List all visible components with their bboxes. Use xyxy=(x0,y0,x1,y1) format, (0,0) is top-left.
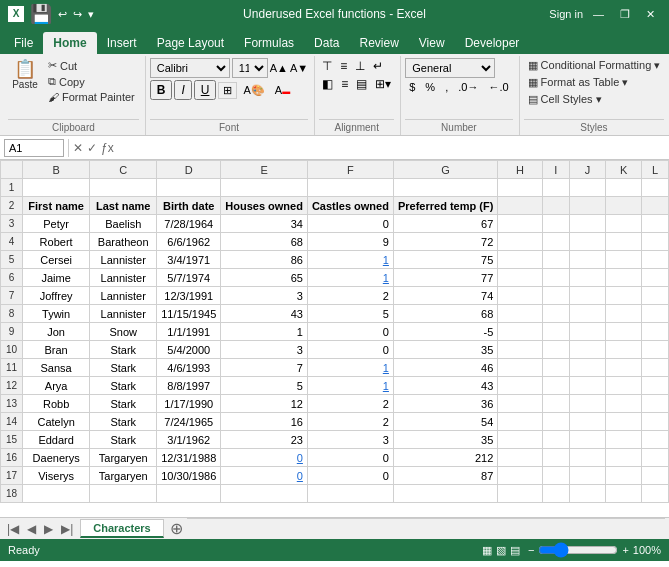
cell-8-3[interactable]: Lannister xyxy=(90,305,157,323)
cell-11-11[interactable] xyxy=(605,359,641,377)
quick-access-redo[interactable]: ↪ xyxy=(73,8,82,21)
sheet-prev-button[interactable]: ◀ xyxy=(24,522,39,536)
cell-2-2[interactable]: First name xyxy=(23,197,90,215)
cell-15-7[interactable]: 35 xyxy=(393,431,497,449)
decrease-decimal-button[interactable]: ←.0 xyxy=(484,80,512,94)
col-header-g[interactable]: G xyxy=(393,161,497,179)
cell-14-9[interactable] xyxy=(542,413,570,431)
cell-7-3[interactable]: Lannister xyxy=(90,287,157,305)
cell-18-7[interactable] xyxy=(393,485,497,503)
cell-6-2[interactable]: Jaime xyxy=(23,269,90,287)
cell-8-11[interactable] xyxy=(605,305,641,323)
cell-1-5[interactable] xyxy=(221,179,308,197)
cell-3-12[interactable] xyxy=(642,215,669,233)
table-row[interactable]: 9JonSnow1/1/199110-5 xyxy=(1,323,669,341)
cell-1-4[interactable] xyxy=(157,179,221,197)
row-header-3[interactable]: 3 xyxy=(1,215,23,233)
cell-5-11[interactable] xyxy=(605,251,641,269)
cell-17-4[interactable]: 10/30/1986 xyxy=(157,467,221,485)
sheet-first-button[interactable]: |◀ xyxy=(4,522,22,536)
cell-18-3[interactable] xyxy=(90,485,157,503)
table-row[interactable]: 1 xyxy=(1,179,669,197)
table-row[interactable]: 17ViserysTargaryen10/30/19860087 xyxy=(1,467,669,485)
cell-5-4[interactable]: 3/4/1971 xyxy=(157,251,221,269)
cut-button[interactable]: ✂ Cut xyxy=(44,58,139,73)
table-row[interactable]: 14CatelynStark7/24/196516254 xyxy=(1,413,669,431)
cell-18-6[interactable] xyxy=(307,485,393,503)
cell-1-12[interactable] xyxy=(642,179,669,197)
cell-14-11[interactable] xyxy=(605,413,641,431)
cell-2-3[interactable]: Last name xyxy=(90,197,157,215)
cell-10-11[interactable] xyxy=(605,341,641,359)
row-header-13[interactable]: 13 xyxy=(1,395,23,413)
cell-16-9[interactable] xyxy=(542,449,570,467)
cell-10-7[interactable]: 35 xyxy=(393,341,497,359)
cell-2-5[interactable]: Houses owned xyxy=(221,197,308,215)
cell-6-9[interactable] xyxy=(542,269,570,287)
cell-14-10[interactable] xyxy=(570,413,606,431)
cell-12-3[interactable]: Stark xyxy=(90,377,157,395)
cell-8-12[interactable] xyxy=(642,305,669,323)
cell-13-9[interactable] xyxy=(542,395,570,413)
cell-14-7[interactable]: 54 xyxy=(393,413,497,431)
col-header-f[interactable]: F xyxy=(307,161,393,179)
font-color-button[interactable]: A▬ xyxy=(271,83,294,97)
cell-15-12[interactable] xyxy=(642,431,669,449)
cell-17-8[interactable] xyxy=(498,467,542,485)
cell-9-12[interactable] xyxy=(642,323,669,341)
cell-12-12[interactable] xyxy=(642,377,669,395)
cell-5-3[interactable]: Lannister xyxy=(90,251,157,269)
cell-15-9[interactable] xyxy=(542,431,570,449)
cell-6-5[interactable]: 65 xyxy=(221,269,308,287)
cell-7-12[interactable] xyxy=(642,287,669,305)
cell-13-8[interactable] xyxy=(498,395,542,413)
cell-5-9[interactable] xyxy=(542,251,570,269)
cell-17-10[interactable] xyxy=(570,467,606,485)
grid-scroll[interactable]: B C D E F G H I J K L 12First nameLast n… xyxy=(0,160,669,517)
tab-home[interactable]: Home xyxy=(43,32,96,54)
cell-6-6[interactable]: 1 xyxy=(307,269,393,287)
cell-3-7[interactable]: 67 xyxy=(393,215,497,233)
cell-9-6[interactable]: 0 xyxy=(307,323,393,341)
cell-18-9[interactable] xyxy=(542,485,570,503)
cell-14-2[interactable]: Catelyn xyxy=(23,413,90,431)
cell-10-6[interactable]: 0 xyxy=(307,341,393,359)
row-header-14[interactable]: 14 xyxy=(1,413,23,431)
quick-access-more[interactable]: ▾ xyxy=(88,8,94,21)
comma-button[interactable]: , xyxy=(441,80,452,94)
row-header-10[interactable]: 10 xyxy=(1,341,23,359)
cell-13-4[interactable]: 1/17/1990 xyxy=(157,395,221,413)
table-row[interactable]: 11SansaStark4/6/19937146 xyxy=(1,359,669,377)
cell-15-2[interactable]: Eddard xyxy=(23,431,90,449)
row-header-8[interactable]: 8 xyxy=(1,305,23,323)
cell-1-6[interactable] xyxy=(307,179,393,197)
cell-3-2[interactable]: Petyr xyxy=(23,215,90,233)
row-header-12[interactable]: 12 xyxy=(1,377,23,395)
row-header-9[interactable]: 9 xyxy=(1,323,23,341)
normal-view-icon[interactable]: ▦ xyxy=(482,544,492,557)
increase-decimal-button[interactable]: .0→ xyxy=(454,80,482,94)
cell-18-11[interactable] xyxy=(605,485,641,503)
table-row[interactable]: 3PetyrBaelish7/28/196434067 xyxy=(1,215,669,233)
cell-11-6[interactable]: 1 xyxy=(307,359,393,377)
align-bottom-button[interactable]: ⊥ xyxy=(352,58,368,74)
col-header-c[interactable]: C xyxy=(90,161,157,179)
cell-16-4[interactable]: 12/31/1988 xyxy=(157,449,221,467)
cell-2-4[interactable]: Birth date xyxy=(157,197,221,215)
cell-4-11[interactable] xyxy=(605,233,641,251)
cell-4-5[interactable]: 68 xyxy=(221,233,308,251)
cell-3-5[interactable]: 34 xyxy=(221,215,308,233)
cell-12-7[interactable]: 43 xyxy=(393,377,497,395)
cell-12-5[interactable]: 5 xyxy=(221,377,308,395)
number-format-select[interactable]: General xyxy=(405,58,495,78)
cell-2-10[interactable] xyxy=(570,197,606,215)
cell-8-8[interactable] xyxy=(498,305,542,323)
font-size-increase[interactable]: A▲ xyxy=(270,62,288,74)
format-painter-button[interactable]: 🖌 Format Painter xyxy=(44,90,139,104)
cell-16-3[interactable]: Targaryen xyxy=(90,449,157,467)
cell-18-4[interactable] xyxy=(157,485,221,503)
row-header-7[interactable]: 7 xyxy=(1,287,23,305)
cell-11-3[interactable]: Stark xyxy=(90,359,157,377)
cell-11-4[interactable]: 4/6/1993 xyxy=(157,359,221,377)
cell-15-11[interactable] xyxy=(605,431,641,449)
